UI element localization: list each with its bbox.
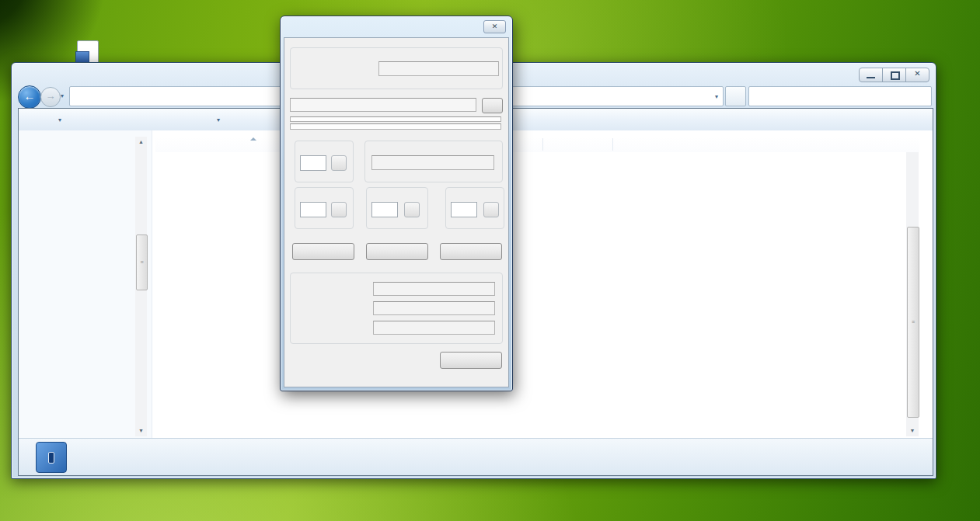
calibration-group (364, 141, 503, 182)
refresh-button[interactable] (725, 86, 746, 106)
sort-ascending-icon (250, 137, 256, 141)
target-board-field[interactable] (373, 282, 495, 296)
software-version-field[interactable] (373, 301, 495, 315)
go-button[interactable] (482, 98, 503, 113)
dialog-close-button[interactable] (483, 20, 506, 33)
back-button[interactable]: ← (18, 85, 41, 109)
close-button[interactable] (905, 68, 929, 82)
low-fuse-group (366, 187, 428, 229)
high-fuse-group (295, 187, 354, 229)
device-signature-field[interactable] (378, 61, 499, 76)
desktop: ← → ▾ ▾ (0, 0, 980, 521)
navigation-pane (19, 130, 152, 439)
lock-bits-field[interactable] (300, 155, 326, 171)
scroll-up-icon[interactable]: ▲ (135, 137, 147, 148)
history-dropdown-icon[interactable]: ▾ (61, 92, 64, 99)
write-button[interactable] (366, 243, 428, 260)
dialog-title-bar[interactable] (281, 16, 512, 37)
lock-bits-c-button[interactable] (331, 155, 347, 171)
dialog-body (284, 37, 509, 387)
word-letter (75, 51, 89, 63)
maximize-button[interactable] (882, 68, 906, 82)
sidebar-scrollbar[interactable]: ▲ ≡ ▼ (135, 137, 147, 436)
advanced-dialog (280, 16, 513, 391)
sidebar-scroll-thumb[interactable]: ≡ (136, 234, 148, 290)
organize-button[interactable] (54, 113, 61, 124)
address-dropdown-icon[interactable]: ▾ (715, 93, 718, 100)
minimize-button[interactable] (859, 68, 883, 82)
progress-bar-secondary (290, 123, 501, 130)
scroll-down-icon[interactable]: ▼ (135, 425, 147, 436)
column-separator[interactable] (612, 138, 613, 151)
low-fuse-field[interactable] (371, 202, 398, 217)
device-signature-group (290, 47, 503, 89)
high-fuse-c-button[interactable] (331, 202, 347, 217)
open-app-icon (129, 113, 141, 125)
ext-fuse-c-button[interactable] (483, 202, 499, 217)
search-box[interactable] (748, 86, 932, 106)
dialog-close-action-button[interactable] (440, 352, 502, 369)
column-separator[interactable] (542, 138, 543, 151)
ext-fuse-group (445, 187, 504, 229)
sinaprog-logo (36, 442, 67, 473)
board-info-group (290, 273, 503, 344)
lock-bits-group (295, 141, 354, 182)
list-header[interactable] (155, 137, 919, 152)
read-button[interactable] (292, 243, 354, 260)
chip-erase-button[interactable] (440, 243, 502, 260)
high-fuse-field[interactable] (300, 202, 326, 217)
hardware-version-field[interactable] (373, 321, 495, 335)
chip-icon (287, 21, 299, 33)
forward-button[interactable]: → (40, 87, 61, 107)
calibration-field[interactable] (371, 155, 494, 170)
details-pane (19, 438, 933, 475)
low-fuse-c-button[interactable] (404, 202, 420, 217)
share-button[interactable] (213, 113, 220, 124)
file-list: ▲ ≡ ▼ (155, 130, 919, 439)
progress-bar (290, 116, 501, 122)
window-caption-buttons (860, 68, 929, 82)
command-combobox[interactable] (290, 98, 476, 112)
ext-fuse-field[interactable] (451, 202, 477, 217)
